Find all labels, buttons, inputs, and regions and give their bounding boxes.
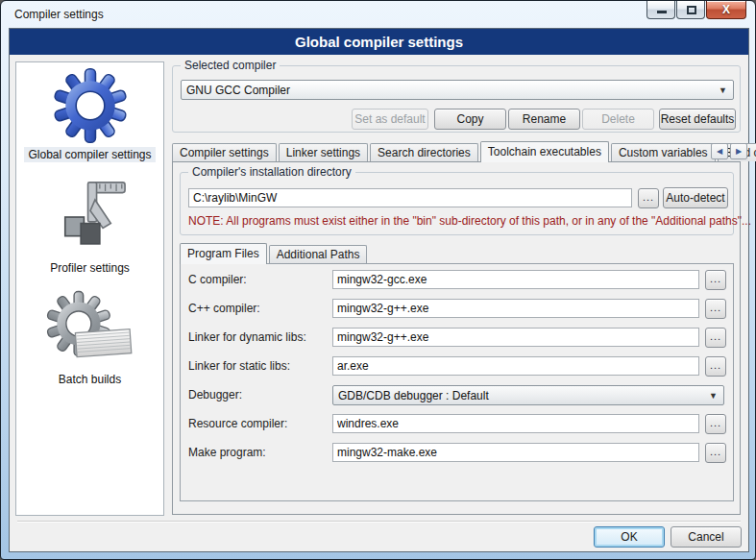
reset-defaults-button[interactable]: Reset defaults <box>659 109 736 130</box>
field-row-debugger: Debugger: GDB/CDB debugger : Default ▼ <box>181 385 733 406</box>
compiler-select-value: GNU GCC Compiler <box>186 81 290 100</box>
c-compiler-input[interactable] <box>332 270 699 289</box>
tab-linker-settings[interactable]: Linker settings <box>279 143 368 161</box>
installation-directory-group: Compiler's installation directory ... Au… <box>180 172 734 235</box>
minimize-button[interactable] <box>646 1 675 19</box>
files-subtab-bar: Program Files Additional Paths <box>180 243 369 263</box>
gear-icon <box>53 68 128 143</box>
static-linker-input[interactable] <box>332 356 699 376</box>
footer-divider <box>17 521 741 523</box>
field-row-make-program: Make program: ... <box>181 443 733 464</box>
browse-cpp-compiler-button[interactable]: ... <box>705 299 726 319</box>
sidebar-item-label: Batch builds <box>55 372 125 387</box>
tab-compiler-settings[interactable]: Compiler settings <box>172 143 277 161</box>
toolchain-executables-panel: Compiler's installation directory ... Au… <box>172 161 741 515</box>
debugger-select[interactable]: GDB/CDB debugger : Default ▼ <box>332 385 724 405</box>
field-row-dynamic-linker: Linker for dynamic libs: ... <box>181 328 733 349</box>
browse-make-program-button[interactable]: ... <box>705 443 726 463</box>
note-text: NOTE: All programs must exist either in … <box>188 214 751 228</box>
page-title: Global compiler settings <box>10 29 748 55</box>
chevron-down-icon: ▼ <box>709 386 718 405</box>
tab-scroll-right-icon[interactable]: ▶ <box>730 143 747 159</box>
window-controls: X <box>646 1 746 19</box>
field-label: Make program: <box>188 443 266 463</box>
cancel-button[interactable]: Cancel <box>671 526 742 548</box>
resource-compiler-input[interactable] <box>332 414 699 433</box>
auto-detect-button[interactable]: Auto-detect <box>663 187 728 208</box>
field-label: C compiler: <box>188 270 247 290</box>
close-button[interactable]: X <box>706 1 746 19</box>
compiler-select[interactable]: GNU GCC Compiler ▼ <box>181 80 734 100</box>
field-row-static-linker: Linker for static libs: ... <box>181 356 733 377</box>
browse-c-compiler-button[interactable]: ... <box>705 270 726 290</box>
field-label: Linker for dynamic libs: <box>188 328 306 348</box>
titlebar: Compiler settings X <box>1 1 755 28</box>
window-frame: Compiler settings X Global compiler sett… <box>0 0 756 560</box>
browse-static-linker-button[interactable]: ... <box>705 356 726 377</box>
tab-toolchain-executables[interactable]: Toolchain executables <box>480 141 609 162</box>
compiler-settings-dialog: Global compiler settings <box>9 28 749 552</box>
caliper-icon <box>51 178 130 256</box>
make-program-input[interactable] <box>332 443 699 462</box>
copy-button[interactable]: Copy <box>434 109 506 130</box>
chevron-down-icon: ▼ <box>719 81 727 100</box>
field-label: C++ compiler: <box>188 299 260 319</box>
debugger-select-value: GDB/CDB debugger : Default <box>338 386 489 405</box>
close-icon: X <box>707 1 745 18</box>
sidebar-item-profiler-settings[interactable]: Profiler settings <box>16 178 163 276</box>
sidebar-item-global-compiler-settings[interactable]: Global compiler settings <box>16 68 163 162</box>
subtab-additional-paths[interactable]: Additional Paths <box>269 245 368 263</box>
program-files-panel: C compiler: ... C++ compiler: ... Linker… <box>180 263 734 501</box>
minimize-icon <box>657 11 667 13</box>
cpp-compiler-input[interactable] <box>332 299 699 318</box>
field-label: Linker for static libs: <box>188 356 290 377</box>
sidebar-item-batch-builds[interactable]: Batch builds <box>16 289 163 387</box>
tab-custom-variables[interactable]: Custom variables <box>611 143 716 161</box>
sidebar-item-label: Global compiler settings <box>24 147 155 162</box>
tab-scroll-left-icon[interactable]: ◀ <box>711 143 728 159</box>
tab-search-directories[interactable]: Search directories <box>370 143 478 161</box>
window-title: Compiler settings <box>14 1 104 29</box>
field-label: Debugger: <box>188 385 242 405</box>
dynamic-linker-input[interactable] <box>332 328 699 347</box>
rename-button[interactable]: Rename <box>508 109 580 130</box>
installation-directory-input[interactable] <box>188 188 632 207</box>
field-label: Resource compiler: <box>188 414 287 434</box>
delete-button[interactable]: Delete <box>582 109 654 130</box>
settings-tab-bar: Compiler settings Linker settings Search… <box>172 141 756 161</box>
settings-sidebar: Global compiler settings <box>15 61 164 516</box>
field-row-resource-compiler: Resource compiler: ... <box>181 414 733 435</box>
field-row-cpp-compiler: C++ compiler: ... <box>181 299 733 320</box>
selected-compiler-group: Selected compiler GNU GCC Compiler ▼ Set… <box>172 65 741 133</box>
group-legend: Compiler's installation directory <box>188 165 355 179</box>
batch-builds-icon <box>44 289 136 368</box>
browse-dynamic-linker-button[interactable]: ... <box>705 328 726 348</box>
tab-scroll-controls: ◀ ▶ <box>709 143 747 159</box>
subtab-program-files[interactable]: Program Files <box>180 243 267 264</box>
sidebar-item-label: Profiler settings <box>46 260 134 276</box>
set-as-default-button[interactable]: Set as default <box>352 109 428 130</box>
maximize-button[interactable] <box>676 1 705 19</box>
group-legend: Selected compiler <box>181 59 280 72</box>
ok-button[interactable]: OK <box>594 526 665 548</box>
browse-resource-compiler-button[interactable]: ... <box>705 414 726 434</box>
maximize-icon <box>687 6 696 14</box>
field-row-c-compiler: C compiler: ... <box>181 270 733 291</box>
browse-directory-button[interactable]: ... <box>638 188 659 208</box>
